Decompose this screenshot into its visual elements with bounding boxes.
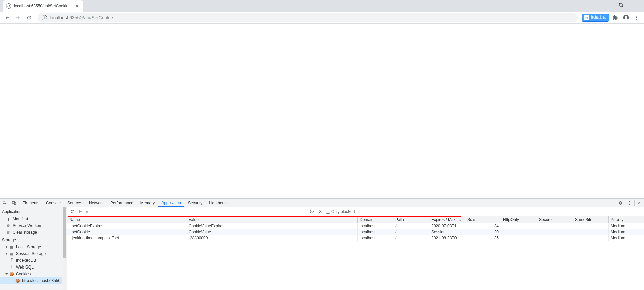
back-button[interactable] — [3, 13, 12, 22]
col-secure[interactable]: Secure — [537, 216, 573, 223]
col-name[interactable]: Name — [67, 216, 186, 223]
svg-point-15 — [629, 204, 630, 204]
sidebar-item-manifest[interactable]: ▮Manifest — [0, 215, 67, 222]
svg-rect-12 — [14, 202, 16, 204]
cell-samesite[interactable] — [573, 229, 609, 235]
cell-name[interactable]: setCookie — [67, 229, 186, 235]
svg-point-9 — [636, 19, 637, 20]
cell-value[interactable]: -28800000 — [186, 235, 358, 241]
cell-samesite[interactable] — [573, 235, 609, 241]
cell-expires[interactable]: 2020-07-03T13:... — [429, 223, 465, 229]
gear-icon: ⚙ — [6, 223, 11, 228]
cell-expires[interactable]: 2021-08-23T05:... — [429, 235, 465, 241]
forward-button[interactable] — [13, 13, 23, 22]
table-row[interactable]: setCookieCookieValuelocalhost/Session20M… — [67, 229, 644, 235]
cell-size[interactable]: 20 — [465, 229, 501, 235]
col-domain[interactable]: Domain — [358, 216, 393, 223]
tab-title: localhost:63550/api/SetCookie — [14, 4, 72, 8]
extensions-button[interactable] — [610, 13, 620, 22]
sidebar-item-cookie-origin[interactable]: 🍪http://localhost:63550 — [0, 277, 67, 284]
cell-value[interactable]: CookieValueExpires — [186, 223, 358, 229]
col-httponly[interactable]: HttpOnly — [501, 216, 537, 223]
cell-secure[interactable] — [537, 223, 573, 229]
sidebar-item-clear-storage[interactable]: 🗑Clear storage — [0, 229, 67, 236]
tab-network[interactable]: Network — [86, 199, 107, 207]
table-icon: ▦ — [9, 245, 14, 249]
cell-expires[interactable]: Session — [429, 229, 465, 235]
close-devtools-icon[interactable]: ✕ — [635, 199, 644, 207]
cell-domain[interactable]: localhost — [358, 223, 393, 229]
cell-priority[interactable]: Medium — [609, 223, 644, 229]
scrollbar-thumb[interactable] — [63, 207, 66, 258]
svg-rect-2 — [620, 4, 623, 7]
sidebar-section-storage: Storage — [0, 236, 67, 244]
cell-priority[interactable]: Medium — [609, 235, 644, 241]
delete-icon[interactable]: ✕ — [317, 209, 323, 215]
col-expires[interactable]: Expires / Max-A... — [429, 216, 465, 223]
svg-line-17 — [310, 210, 313, 213]
cell-priority[interactable]: Medium — [609, 229, 644, 235]
sidebar-item-local-storage[interactable]: ▦Local Storage — [0, 244, 67, 250]
sidebar-item-service-workers[interactable]: ⚙Service Workers — [0, 222, 67, 229]
col-path[interactable]: Path — [393, 216, 429, 223]
cookie-icon: 🍪 — [9, 272, 14, 276]
browser-tab[interactable]: localhost:63550/api/SetCookie ✕ — [3, 0, 83, 12]
cell-path[interactable]: / — [393, 229, 429, 235]
more-icon[interactable] — [625, 199, 634, 207]
cell-httponly[interactable] — [501, 229, 537, 235]
col-samesite[interactable]: SameSite — [573, 216, 609, 223]
tab-sources[interactable]: Sources — [64, 199, 86, 207]
svg-point-13 — [629, 201, 630, 202]
col-size[interactable]: Size — [465, 216, 501, 223]
extension-badge[interactable]: ∞ 拖拽上传 — [582, 14, 609, 22]
cell-secure[interactable] — [537, 229, 573, 235]
tab-performance[interactable]: Performance — [107, 199, 137, 207]
sidebar-item-indexeddb[interactable]: 🗄IndexedDB — [0, 257, 67, 264]
profile-button[interactable] — [621, 13, 631, 22]
cell-httponly[interactable] — [501, 223, 537, 229]
cell-path[interactable]: / — [393, 223, 429, 229]
tab-lighthouse[interactable]: Lighthouse — [206, 199, 232, 207]
clear-all-icon[interactable] — [309, 209, 315, 215]
cell-size[interactable]: 35 — [465, 235, 501, 241]
cell-name[interactable]: jenkins-timestamper-offset — [67, 235, 186, 241]
address-bar[interactable]: i localhost:63550/api/SetCookie — [38, 13, 578, 22]
cell-httponly[interactable] — [501, 235, 537, 241]
table-row[interactable]: setCookieExpiresCookieValueExpireslocalh… — [67, 223, 644, 229]
maximize-button[interactable] — [613, 0, 629, 10]
minimize-button[interactable] — [598, 0, 613, 10]
settings-icon[interactable] — [615, 199, 625, 207]
cell-name[interactable]: setCookieExpires — [67, 223, 186, 229]
close-window-button[interactable] — [629, 0, 644, 10]
cell-path[interactable]: / — [393, 235, 429, 241]
cell-domain[interactable]: localhost — [358, 229, 393, 235]
cell-samesite[interactable] — [573, 223, 609, 229]
menu-button[interactable] — [632, 13, 641, 22]
cell-secure[interactable] — [537, 235, 573, 241]
tab-application[interactable]: Application — [158, 199, 184, 207]
sidebar-item-websql[interactable]: 🗄Web SQL — [0, 264, 67, 271]
reload-button[interactable] — [24, 13, 34, 22]
col-priority[interactable]: Priority — [609, 216, 644, 223]
new-tab-button[interactable]: + — [85, 1, 95, 11]
tab-security[interactable]: Security — [184, 199, 206, 207]
close-icon[interactable]: ✕ — [74, 3, 80, 9]
tab-memory[interactable]: Memory — [137, 199, 158, 207]
table-row[interactable]: jenkins-timestamper-offset-28800000local… — [67, 235, 644, 241]
sidebar-section-application: Application — [0, 207, 67, 215]
tab-console[interactable]: Console — [43, 199, 64, 207]
only-blocked-checkbox[interactable]: Only blocked — [326, 209, 355, 214]
sidebar-item-session-storage[interactable]: ▦Session Storage — [0, 250, 67, 257]
device-toggle-icon[interactable] — [9, 199, 19, 207]
sidebar-item-cookies[interactable]: 🍪Cookies — [0, 271, 67, 277]
info-icon[interactable]: i — [42, 15, 47, 20]
inspect-icon[interactable] — [0, 199, 9, 207]
refresh-icon[interactable] — [69, 209, 75, 215]
cell-domain[interactable]: localhost — [358, 235, 393, 241]
cell-size[interactable]: 34 — [465, 223, 501, 229]
cell-value[interactable]: CookieValue — [186, 229, 358, 235]
cookie-icon: 🍪 — [15, 278, 20, 283]
filter-input[interactable] — [78, 209, 306, 215]
tab-elements[interactable]: Elements — [19, 199, 43, 207]
col-value[interactable]: Value — [186, 216, 358, 223]
